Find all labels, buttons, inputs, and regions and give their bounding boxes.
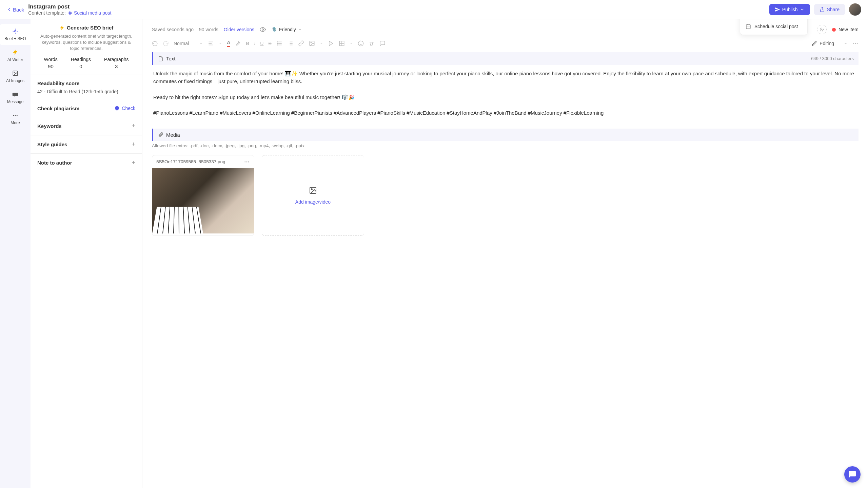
mode-selector[interactable]: Editing — [811, 41, 848, 46]
add-media-button[interactable]: Add image/video — [262, 155, 364, 236]
publish-dropdown: Share social post Schedule social post — [740, 19, 808, 35]
bullet-list-button[interactable] — [276, 40, 282, 46]
chat-fab[interactable] — [844, 466, 861, 483]
nav-message[interactable]: Message — [0, 87, 31, 108]
add-media-label: Add image/video — [295, 199, 331, 205]
redo-button[interactable] — [163, 40, 169, 46]
chevron-down-icon — [800, 7, 805, 12]
chevron-down-icon[interactable] — [350, 42, 353, 45]
assignee-placeholder[interactable] — [817, 25, 827, 34]
status-selector[interactable]: New Item — [832, 27, 859, 32]
user-avatar[interactable] — [849, 3, 861, 16]
image-icon — [309, 186, 317, 194]
note-title: Note to author — [37, 160, 72, 166]
hash-icon — [68, 11, 73, 15]
send-icon — [775, 7, 780, 12]
dropdown-label: Schedule social post — [754, 24, 798, 29]
emoji-button[interactable] — [358, 40, 364, 46]
pencil-icon — [811, 41, 817, 46]
stat-label: Words — [44, 57, 58, 62]
note-section[interactable]: Note to author + — [37, 154, 135, 172]
plagiarism-title: Check plagiarism — [37, 106, 79, 111]
svg-point-16 — [821, 28, 822, 30]
eye-icon[interactable] — [260, 26, 266, 33]
character-count: 649 / 3000 characters — [811, 56, 854, 61]
nav-ai-images[interactable]: AI Images — [0, 66, 31, 87]
svg-point-50 — [248, 161, 249, 162]
italic-button[interactable]: I — [254, 41, 255, 46]
video-button[interactable] — [328, 40, 334, 46]
more-options-button[interactable] — [852, 40, 859, 46]
svg-point-36 — [311, 42, 311, 43]
svg-point-14 — [17, 115, 18, 116]
svg-point-13 — [15, 115, 16, 116]
mic-icon: 🎙️ — [271, 27, 277, 32]
svg-point-11 — [14, 72, 15, 73]
back-label: Back — [13, 7, 24, 13]
bold-button[interactable]: B — [246, 41, 249, 46]
text-color-button[interactable]: A — [227, 40, 230, 47]
undo-button[interactable] — [152, 40, 158, 46]
svg-point-29 — [277, 41, 278, 42]
word-count: 90 words — [199, 27, 218, 32]
underline-button[interactable]: U — [260, 41, 263, 46]
chevron-down-icon[interactable] — [320, 42, 323, 45]
nav-more[interactable]: More — [0, 108, 31, 129]
editor-area: Saved seconds ago 90 words Older version… — [142, 19, 868, 488]
check-plagiarism-button[interactable]: Check — [114, 106, 135, 111]
chevron-left-icon — [7, 7, 12, 12]
text-style-label: Normal — [174, 41, 189, 46]
style-guides-title: Style guides — [37, 142, 67, 147]
link-button[interactable] — [298, 40, 304, 46]
text-style-select[interactable]: Normal — [174, 41, 203, 46]
text-content[interactable]: Unlock the magic of music from the comfo… — [152, 65, 859, 122]
top-bar: Back Instagram post Content template: So… — [0, 0, 868, 19]
svg-point-15 — [262, 29, 264, 31]
chevron-down-icon[interactable] — [219, 42, 222, 45]
template-link[interactable]: Social media post — [68, 10, 112, 16]
publish-label: Publish — [782, 7, 798, 12]
page-title: Instagram post — [28, 3, 765, 10]
svg-point-48 — [244, 161, 245, 162]
comment-button[interactable] — [379, 40, 386, 46]
stat-value: 0 — [71, 63, 91, 69]
dots-icon — [12, 112, 18, 118]
nav-label: AI Images — [6, 78, 24, 83]
seo-description: Auto-generated content brief with target… — [37, 33, 135, 52]
align-button[interactable] — [208, 40, 214, 46]
svg-point-49 — [246, 161, 248, 162]
mode-label: Editing — [820, 41, 834, 46]
media-item[interactable]: 5S5Oe1717059585_8505337.png — [152, 155, 254, 236]
add-note-button[interactable]: + — [132, 159, 135, 166]
svg-point-46 — [855, 43, 856, 44]
schedule-social-post[interactable]: Schedule social post — [740, 20, 807, 33]
message-icon — [12, 91, 18, 97]
share-button[interactable]: Share — [814, 4, 845, 15]
add-keyword-button[interactable]: + — [132, 122, 135, 130]
text-block-header: Text 649 / 3000 characters — [152, 52, 859, 65]
svg-marker-37 — [329, 41, 333, 46]
nav-brief-seo[interactable]: Brief + SEO — [0, 24, 31, 45]
image-button[interactable] — [309, 40, 315, 46]
numbered-list-button[interactable] — [287, 40, 293, 46]
status-label: New Item — [839, 27, 859, 32]
calendar-icon — [746, 24, 751, 29]
chevron-down-icon — [199, 41, 203, 45]
tone-selector[interactable]: 🎙️ Friendly — [271, 27, 302, 32]
more-icon[interactable] — [244, 159, 250, 165]
publish-button[interactable]: Publish — [769, 4, 810, 15]
highlight-button[interactable] — [235, 40, 241, 46]
text-block: Text 649 / 3000 characters Unlock the ma… — [152, 52, 859, 122]
keywords-section[interactable]: Keywords + — [37, 117, 135, 135]
target-icon — [12, 28, 18, 34]
style-guides-section[interactable]: Style guides + — [37, 135, 135, 153]
back-button[interactable]: Back — [7, 7, 24, 13]
nav-ai-writer[interactable]: AI Writer — [0, 45, 31, 66]
strike-button[interactable]: S — [268, 41, 271, 46]
svg-point-41 — [358, 41, 363, 46]
svg-point-12 — [13, 115, 14, 116]
older-versions-link[interactable]: Older versions — [224, 27, 254, 32]
clear-format-button[interactable] — [369, 40, 375, 46]
table-button[interactable] — [339, 40, 345, 46]
add-style-guide-button[interactable]: + — [132, 141, 135, 148]
